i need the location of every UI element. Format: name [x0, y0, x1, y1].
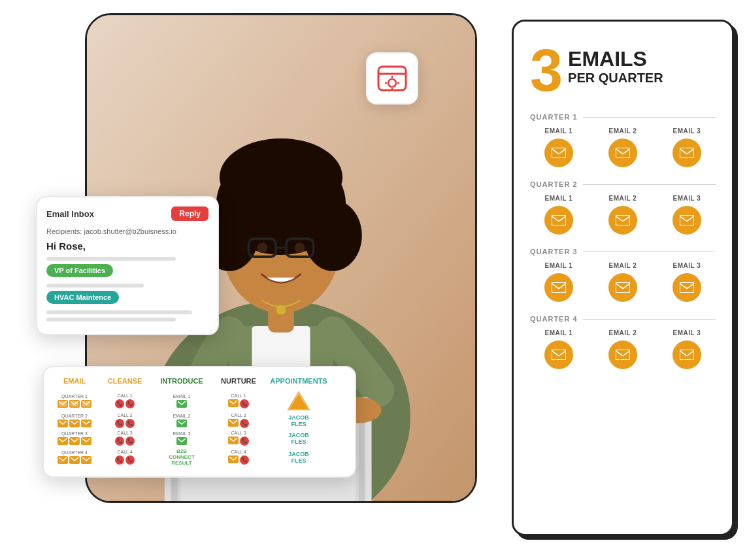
svg-rect-33: [552, 148, 566, 158]
cell-q2-cleanse: CALL 2 📞 📞: [99, 413, 151, 428]
mini-email-q2-1: [58, 420, 68, 427]
mini-email-q3-2: [69, 437, 80, 445]
mini-phone-nurture-q1: 📞: [240, 399, 249, 408]
svg-rect-44: [680, 350, 694, 360]
quarter-3-email-grid: EMAIL 1 EMAIL 2 EMAIL 3: [530, 262, 716, 302]
cell-q1-introduce: EMAIL 1: [152, 394, 211, 408]
cell-q3-email: QUARTER 3: [52, 431, 97, 445]
quarter-2-label: QUARTER 2: [530, 180, 716, 188]
q1-email-1-icon: [544, 139, 573, 167]
table-row: QUARTER 4 CALL 4 📞 📞: [52, 448, 347, 466]
cell-q4-cleanse: CALL 4 📞 📞: [99, 450, 151, 465]
mini-email-q3-3: [81, 437, 91, 445]
svg-rect-41: [680, 282, 694, 293]
email-inbox-header: Email Inbox Reply: [46, 206, 208, 221]
q3-email-1-icon: [544, 273, 573, 302]
q1-email-2: EMAIL 2: [594, 127, 652, 167]
emails-word: EMAILS: [568, 48, 663, 71]
q2-email-1: EMAIL 1: [530, 195, 588, 235]
mini-email-q1-3: [81, 400, 91, 408]
q2-email-3: EMAIL 3: [658, 195, 716, 235]
svg-point-14: [295, 242, 305, 253]
right-panel-header: 3 EMAILS PER QUARTER: [530, 41, 716, 100]
mini-email-q4-3: [81, 456, 91, 464]
col-header-appointments: APPOINTMENTS: [266, 375, 331, 387]
q2-email-2: EMAIL 2: [594, 195, 652, 235]
svg-point-13: [257, 242, 267, 253]
svg-point-9: [220, 139, 342, 216]
reply-button[interactable]: Reply: [171, 206, 208, 221]
q1-email-1: EMAIL 1: [530, 127, 588, 167]
cell-q4-email: QUARTER 4: [52, 450, 97, 464]
col-header-introduce: INTRODUCE: [152, 375, 211, 387]
email-line-4: [46, 318, 176, 321]
quarter-2-email-grid: EMAIL 1 EMAIL 2 EMAIL 3: [530, 195, 716, 235]
mini-phone-q1-2: 📞: [125, 399, 135, 408]
mini-intro-q3-1: [176, 437, 187, 445]
mini-email-q2-3: [81, 420, 91, 427]
mini-email-q1-1: [58, 400, 68, 408]
quarter-line: [583, 319, 716, 320]
svg-rect-35: [680, 148, 694, 158]
q4-email-2-icon: [608, 340, 637, 369]
q1-email-3: EMAIL 3: [658, 127, 716, 167]
email-line-2: [46, 284, 144, 288]
mini-phone-nurture-q3: 📞: [240, 436, 249, 446]
email-greeting: Hi Rose,: [46, 240, 208, 252]
col-header-cleanse: CLEANSE: [99, 375, 151, 387]
svg-rect-37: [616, 215, 630, 225]
email-recipients: Recipients: jacob.shutter@b2buisness.io: [46, 227, 208, 235]
mini-phone-q2-1: 📞: [115, 419, 124, 428]
mini-nurture-q1-1: [228, 399, 239, 407]
cell-q2-email: QUARTER 2: [52, 414, 97, 427]
email-inbox-card: Email Inbox Reply Recipients: jacob.shut…: [36, 196, 219, 335]
mini-phone-q2-2: 📞: [125, 419, 135, 428]
gear-icon: [377, 63, 407, 93]
mini-intro-q2-1: [176, 420, 187, 427]
quarter-4-label: QUARTER 4: [530, 315, 716, 323]
svg-rect-34: [616, 148, 630, 158]
svg-rect-43: [616, 350, 630, 360]
quarter-3-label: QUARTER 3: [530, 248, 716, 255]
svg-rect-42: [552, 350, 566, 360]
table-row: QUARTER 2 CALL 2 📞 📞: [52, 413, 347, 428]
q4-email-1: EMAIL 1: [530, 329, 588, 369]
big-number: 3: [530, 41, 563, 100]
cell-q2-appointments: JACOBFLES: [266, 414, 331, 427]
cell-q3-appointments: JACOBFLES: [266, 432, 331, 445]
cell-q1-nurture: CALL 1 📞: [212, 393, 265, 408]
tag-hvac: HVAC Maintence: [46, 291, 119, 304]
per-quarter: PER QUARTER: [568, 71, 663, 86]
mini-intro-q1-1: [176, 400, 187, 408]
quarter-line: [583, 184, 716, 185]
mini-phone-q3-2: 📞: [125, 436, 135, 446]
q3-email-1: EMAIL 1: [530, 262, 588, 302]
cell-q3-cleanse: CALL 3 📞 📞: [99, 431, 151, 446]
q1-email-2-icon: [608, 139, 637, 167]
mini-email-q4-2: [69, 456, 80, 464]
email-line-1: [46, 257, 176, 261]
q4-email-2: EMAIL 2: [594, 329, 652, 369]
svg-point-23: [388, 79, 396, 87]
q2-email-3-icon: [672, 206, 701, 235]
email-inbox-title: Email Inbox: [46, 209, 94, 219]
mini-phone-q1-1: 📞: [115, 399, 124, 408]
cell-q4-appointments: JACOBFLES: [266, 451, 331, 464]
mini-phone-q4-1: 📞: [115, 455, 124, 465]
cell-q1-email: QUARTER 1: [52, 394, 97, 408]
svg-rect-36: [552, 215, 566, 225]
svg-rect-40: [616, 282, 630, 293]
col-header-nurture: NURTURE: [212, 375, 265, 387]
q2-email-2-icon: [608, 206, 637, 235]
mini-phone-nurture-q4: 📞: [240, 455, 249, 465]
right-panel: 3 EMAILS PER QUARTER QUARTER 1 EMAIL 1: [512, 20, 734, 536]
email-line-3: [46, 310, 192, 314]
quarter-4-email-grid: EMAIL 1 EMAIL 2 EMAIL 3: [530, 329, 716, 369]
mini-email-q1-2: [69, 400, 80, 408]
table-row: QUARTER 1 CALL 1 📞 📞: [52, 391, 347, 410]
cell-q4-introduce: B2BCONNECTRESULT: [152, 448, 211, 466]
cell-q2-introduce: EMAIL 2: [152, 414, 211, 427]
q3-email-2-icon: [608, 273, 637, 302]
mini-email-q4-1: [58, 456, 68, 464]
cell-q2-nurture: CALL 2 📞: [212, 413, 265, 428]
